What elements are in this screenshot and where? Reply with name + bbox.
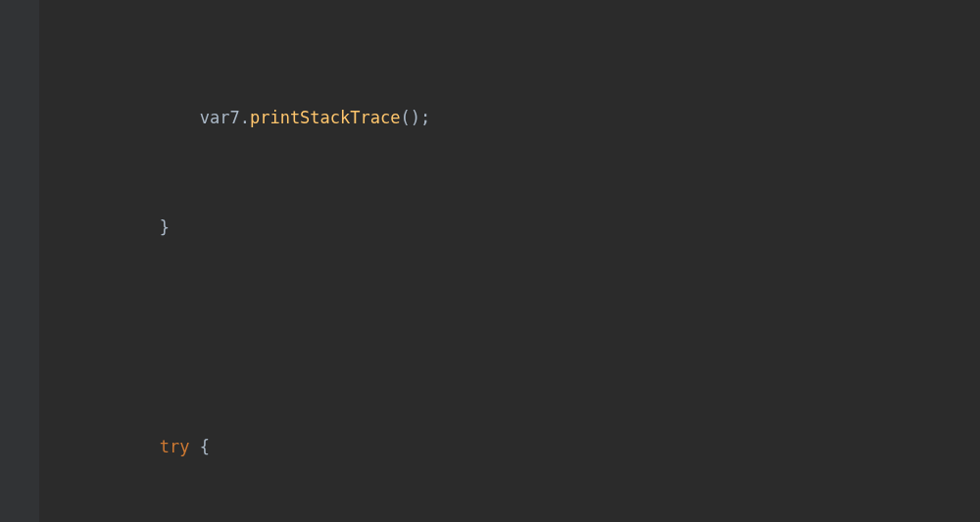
code-line[interactable]: try { [39,433,980,460]
code-line[interactable]: var7.printStackTrace(); [39,104,980,131]
code-area[interactable]: var7.printStackTrace(); } try { ClassLoa… [39,0,980,522]
code-line[interactable]: } [39,214,980,241]
editor-gutter [0,0,39,522]
code-editor[interactable]: var7.printStackTrace(); } try { ClassLoa… [0,0,980,522]
code-line[interactable] [39,323,980,351]
